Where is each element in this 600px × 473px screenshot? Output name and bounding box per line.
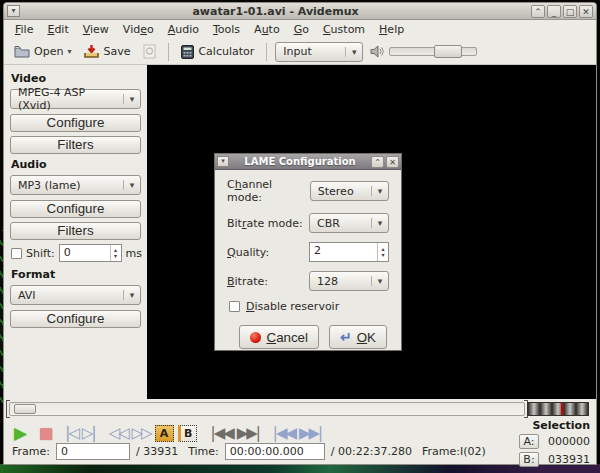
shift-spinner[interactable]: 0 ▴▾ — [59, 244, 122, 262]
titlebar[interactable]: ▾ awatar1-01.avi - Avidemux ⌃ _ □ ✕ — [4, 3, 596, 20]
marker-a-value: 000000 — [544, 435, 590, 448]
previous-frame-button[interactable]: |◁ — [63, 422, 80, 444]
video-codec-value: MPEG-4 ASP (Xvid) — [11, 86, 123, 112]
open-button[interactable]: Open ▾ — [10, 43, 75, 60]
marker-b-key[interactable]: B: — [519, 452, 539, 467]
save-button[interactable]: Save — [80, 43, 134, 61]
menu-audio[interactable]: Audio — [161, 21, 206, 38]
selection-panel: Selection A: 000000 B: 033931 — [510, 419, 590, 470]
format-select[interactable]: AVI ▾ — [10, 285, 141, 305]
video-filters-button[interactable]: Filters — [10, 136, 141, 154]
frame-type: Frame:I(02) — [422, 445, 486, 458]
menu-custom[interactable]: Custom — [316, 21, 372, 38]
play-button[interactable]: ▶ — [12, 422, 27, 444]
video-configure-button[interactable]: Configure — [10, 114, 141, 132]
video-codec-select[interactable]: MPEG-4 ASP (Xvid) ▾ — [10, 89, 141, 109]
window-title: awatar1-01.avi - Avidemux — [20, 5, 531, 18]
chevron-down-icon: ▾ — [371, 276, 388, 286]
chevron-down-icon: ▾ — [123, 180, 140, 190]
menu-tools[interactable]: Tools — [206, 21, 247, 38]
dialog-shade-button[interactable]: ⌃ — [371, 156, 384, 168]
quality-spinner[interactable]: 2 ▴▾ — [309, 242, 389, 262]
audio-configure-button[interactable]: Configure — [10, 200, 141, 218]
marker-a-key[interactable]: A: — [519, 434, 539, 449]
input-select[interactable]: Input ▾ — [275, 42, 363, 62]
menu-auto[interactable]: Auto — [247, 21, 287, 38]
shift-checkbox[interactable] — [11, 248, 22, 259]
next-keyframe-button[interactable]: ▶▶| — [235, 422, 261, 444]
format-configure-button[interactable]: Configure — [10, 310, 141, 328]
menubar: File Edit View Video Audio Tools Auto Go… — [4, 20, 596, 39]
maximize-button[interactable]: □ — [563, 5, 577, 18]
frame-input[interactable]: 0 — [56, 443, 130, 460]
seek-slider[interactable] — [9, 402, 525, 416]
chevron-down-icon[interactable]: ▾ — [67, 47, 71, 56]
save-icon — [84, 45, 99, 59]
zoom-strip-widget[interactable] — [527, 402, 589, 416]
cancel-button[interactable]: Cancel — [239, 325, 319, 349]
backward-button[interactable]: ◁◁ — [106, 422, 129, 444]
seek-slider-handle[interactable] — [14, 404, 36, 414]
calculator-button[interactable]: Calculator — [177, 43, 258, 61]
previous-black-frame-button[interactable]: |◀◀ — [271, 422, 297, 444]
open-label: Open — [34, 45, 63, 58]
ok-button[interactable]: ↵ OK — [329, 325, 387, 349]
menu-help[interactable]: Help — [372, 21, 411, 38]
previous-keyframe-button[interactable]: |◀◀ — [209, 422, 235, 444]
window-menu-icon[interactable]: ▾ — [7, 5, 20, 17]
close-button[interactable]: ✕ — [579, 5, 593, 18]
cancel-icon — [250, 332, 261, 343]
next-black-frame-button[interactable]: ▶▶| — [297, 422, 323, 444]
format-value: AVI — [11, 289, 123, 302]
audio-codec-select[interactable]: MP3 (lame) ▾ — [10, 175, 141, 195]
disable-reservoir-checkbox[interactable] — [229, 301, 240, 312]
menu-edit[interactable]: Edit — [40, 21, 75, 38]
bitrate-value: 128 — [310, 275, 371, 288]
channel-mode-select[interactable]: Stereo ▾ — [310, 181, 389, 201]
menu-file[interactable]: File — [8, 21, 40, 38]
dialog-title: LAME Configuration — [229, 156, 371, 167]
calculator-icon — [181, 45, 194, 59]
bitrate-mode-value: CBR — [310, 217, 371, 230]
channel-mode-label: Channel mode: — [227, 178, 310, 204]
volume-slider[interactable] — [389, 47, 477, 56]
stop-button[interactable]: ■ — [37, 422, 53, 444]
minimize-button[interactable]: _ — [547, 5, 561, 18]
set-marker-b-button[interactable]: B — [178, 425, 197, 442]
chevron-down-icon: ▾ — [345, 47, 362, 57]
speaker-icon[interactable] — [370, 45, 384, 58]
forward-button[interactable]: ▷▷ — [130, 422, 153, 444]
shift-row: Shift: 0 ▴▾ ms — [11, 244, 142, 262]
position-marker — [561, 403, 563, 415]
bitrate-label: Bitrate: — [227, 275, 268, 288]
set-marker-a-button[interactable]: A — [155, 425, 174, 442]
toolbar-separator — [266, 43, 267, 61]
dialog-window-menu-icon[interactable]: ▾ — [217, 156, 229, 167]
menu-video[interactable]: Video — [116, 21, 161, 38]
volume-slider-handle[interactable] — [434, 45, 462, 58]
save-label: Save — [103, 45, 130, 58]
menu-view[interactable]: View — [76, 21, 116, 38]
shade-button[interactable]: ⌃ — [531, 5, 545, 18]
calculator-label: Calculator — [198, 45, 254, 58]
bitrate-mode-select[interactable]: CBR ▾ — [309, 213, 389, 233]
frame-total: / 33931 — [136, 445, 178, 458]
bitrate-select[interactable]: 128 ▾ — [309, 271, 389, 291]
audio-filters-button[interactable]: Filters — [10, 222, 141, 240]
quality-value: 2 — [310, 243, 377, 261]
dialog-titlebar[interactable]: ▾ LAME Configuration ⌃ ✕ — [215, 154, 401, 170]
next-frame-button[interactable]: ▷| — [80, 422, 97, 444]
dialog-close-button[interactable]: ✕ — [386, 156, 399, 168]
bottom-panel: ▶ ■ |◁ ▷| ◁◁ ▷▷ A B |◀◀ ▶▶| |◀◀ ▶▶| Sele… — [4, 399, 596, 464]
sidebar: Video MPEG-4 ASP (Xvid) ▾ Configure Filt… — [4, 65, 147, 399]
folder-open-icon — [14, 45, 30, 58]
quality-label: Quality: — [227, 246, 269, 259]
disable-reservoir-label: Disable reservoir — [246, 300, 339, 313]
time-input[interactable]: 00:00:00.000 — [225, 443, 325, 460]
spinner-arrows-icon[interactable]: ▴▾ — [110, 245, 121, 261]
ok-label: OK — [357, 330, 376, 345]
selection-title: Selection — [510, 419, 590, 432]
ok-enter-icon: ↵ — [340, 331, 352, 343]
menu-go[interactable]: Go — [287, 21, 316, 38]
spinner-arrows-icon[interactable]: ▴▾ — [377, 243, 388, 261]
